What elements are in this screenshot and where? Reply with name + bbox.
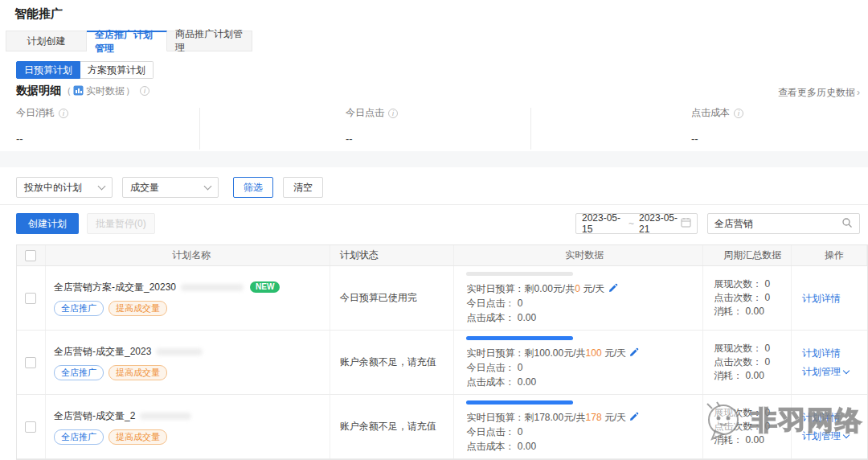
budget-progress-bar — [466, 272, 573, 276]
chevron-down-icon — [98, 183, 106, 191]
section-divider — [0, 151, 868, 167]
today-click-value: 0 — [518, 298, 523, 309]
row-checkbox[interactable] — [25, 421, 36, 433]
clicks-label: 点击次数： — [714, 292, 762, 303]
paren-open: （ — [62, 84, 72, 98]
edit-pencil-icon[interactable] — [608, 282, 618, 297]
plan-detail-link[interactable]: 计划详情 — [802, 409, 867, 425]
today-click-value: 0 — [518, 426, 523, 437]
plan-name[interactable]: 全店营销方案-成交量_20230 — [54, 281, 176, 294]
plan-detail-link[interactable]: 计划详情 — [802, 290, 867, 306]
clicks-label: 点击次数： — [714, 421, 762, 432]
info-icon[interactable]: i — [140, 86, 149, 96]
spend-line: 消耗： 0.00 — [714, 369, 791, 383]
today-stats: 今日消耗i -- 今日点击i -- 点击成本i -- — [0, 106, 868, 150]
daily-budget-toggle[interactable]: 日预算计划 — [16, 61, 80, 79]
plan-search-input[interactable] — [714, 218, 841, 229]
tag-goal: 提高成交量 — [108, 365, 167, 380]
tag-storewide: 全店推广 — [54, 429, 104, 445]
plan-name[interactable]: 全店营销-成交量_2023 — [54, 345, 151, 359]
realtime-data-label: 实时数据 — [86, 84, 125, 98]
budget-remaining: 剩100.00元/共 — [524, 347, 585, 359]
batch-pause-button[interactable]: 批量暂停(0) — [87, 213, 155, 234]
scheme-budget-toggle[interactable]: 方案预算计划 — [80, 61, 154, 79]
date-start: 2023-05-15 — [582, 212, 624, 235]
info-icon[interactable]: i — [734, 109, 743, 118]
budget-progress-bar — [466, 400, 573, 405]
table-row: 全店营销-成交量_2 全店推广 提高成交量 账户余额不足，请充值 实时日预算：剩… — [17, 395, 867, 459]
impressions-line: 展现次数： 0 — [714, 277, 791, 291]
clicks-value: 0 — [765, 292, 771, 303]
table-row: 全店营销方案-成交量_20230 NEW 全店推广 提高成交量 今日预算已使用完… — [17, 266, 867, 331]
budget-remaining: 剩0.00元/共 — [524, 283, 575, 294]
plan-detail-label: 计划详情 — [802, 345, 841, 361]
tab-product-plan-management[interactable]: 商品推广计划管理 — [167, 31, 252, 51]
budget-suffix: 元/天 — [602, 412, 627, 423]
select-all-checkbox[interactable] — [25, 250, 36, 261]
info-icon[interactable]: i — [388, 109, 398, 118]
budget-label: 实时日预算： — [466, 347, 524, 359]
budget-progress-bar — [466, 336, 573, 340]
spend-label: 消耗： — [714, 434, 743, 446]
history-link-label: 查看更多历史数据 — [778, 87, 855, 98]
spend-value: 0.00 — [746, 434, 764, 446]
impressions-label: 展现次数： — [714, 278, 762, 290]
metric-select[interactable]: 成交量 — [122, 177, 219, 198]
calendar-icon — [681, 217, 691, 230]
chevron-right-icon: › — [857, 87, 860, 98]
click-cost-line: 点击成本： 0.00 — [466, 375, 702, 389]
stat-label: 今日消耗 — [16, 106, 55, 120]
tab-plan-create[interactable]: 计划创建 — [6, 31, 87, 51]
plan-manage-link[interactable]: 计划管理 — [802, 363, 867, 380]
tab-storewide-plan-management[interactable]: 全店推广计划管理 — [87, 31, 167, 51]
click-cost-label: 点击成本： — [466, 441, 514, 452]
edit-pencil-icon[interactable] — [629, 411, 639, 425]
stat-today-spend: 今日消耗i -- — [16, 106, 68, 145]
edit-pencil-icon[interactable] — [629, 347, 639, 361]
clicks-value: 0 — [765, 356, 771, 368]
tag-storewide: 全店推广 — [54, 301, 104, 316]
click-cost-line: 点击成本： 0.00 — [466, 439, 702, 454]
create-plan-button[interactable]: 创建计划 — [16, 213, 79, 234]
filter-button[interactable]: 筛选 — [233, 177, 273, 198]
date-separator: ~ — [628, 218, 634, 229]
row-checkbox[interactable] — [25, 357, 36, 368]
plan-manage-label: 计划管理 — [802, 428, 841, 444]
budget-label: 实时日预算： — [466, 412, 524, 423]
clear-button[interactable]: 清空 — [283, 177, 323, 198]
clicks-value: 0 — [765, 421, 771, 432]
budget-label: 实时日预算： — [466, 283, 524, 294]
page-title: 智能推广 — [14, 6, 63, 22]
realtime-chart-icon — [73, 85, 84, 98]
search-icon[interactable] — [841, 217, 853, 231]
budget-total: 178 — [586, 412, 602, 423]
plan-detail-label: 计划详情 — [802, 409, 841, 425]
today-click-line: 今日点击： 0 — [466, 360, 702, 375]
plan-manage-link[interactable]: 计划管理 — [802, 428, 867, 444]
today-click-value: 0 — [518, 362, 523, 373]
paren-close: ） — [125, 84, 135, 98]
row-checkbox[interactable] — [25, 293, 36, 304]
click-cost-label: 点击成本： — [466, 376, 514, 388]
tag-goal: 提高成交量 — [108, 429, 167, 445]
tag-storewide: 全店推广 — [54, 365, 104, 380]
clicks-label: 点击次数： — [714, 356, 762, 368]
stat-divider — [530, 108, 531, 150]
budget-total: 0 — [575, 283, 580, 294]
click-cost-value: 0.00 — [518, 312, 536, 323]
plan-name[interactable]: 全店营销-成交量_2 — [54, 409, 135, 423]
impressions-value: 0 — [765, 278, 771, 290]
data-detail-heading: 数据明细 — [16, 84, 61, 98]
plan-status-select[interactable]: 投放中的计划 — [16, 177, 113, 198]
today-click-line: 今日点击： 0 — [466, 425, 702, 439]
date-range-picker[interactable]: 2023-05-15 ~ 2023-05-21 — [575, 213, 698, 234]
impressions-label: 展现次数： — [714, 407, 762, 418]
plan-status: 账户余额不足，请充值 — [330, 331, 455, 394]
spend-value: 0.00 — [746, 306, 764, 317]
plan-detail-link[interactable]: 计划详情 — [802, 345, 867, 361]
view-more-history-link[interactable]: 查看更多历史数据› — [778, 86, 860, 100]
spend-label: 消耗： — [714, 306, 743, 317]
impressions-line: 展现次数： 0 — [714, 342, 791, 355]
info-icon[interactable]: i — [59, 109, 68, 118]
impressions-label: 展现次数： — [714, 343, 762, 354]
